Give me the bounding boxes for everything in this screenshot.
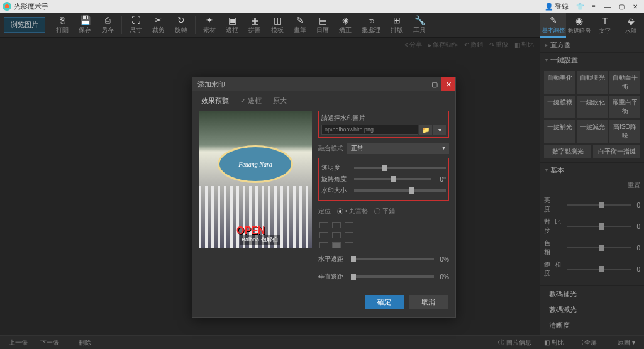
hmargin-slider[interactable]: 水平邊距0%	[318, 255, 449, 263]
app-title: 光影魔术手	[14, 2, 48, 11]
ok-button[interactable]: 確定	[365, 295, 404, 309]
tool-calendar[interactable]: ▤日曆	[311, 13, 334, 37]
compare-link[interactable]: ◧ 對比	[514, 40, 534, 49]
resize-icon: ⛶	[131, 15, 140, 25]
reset-link[interactable]: 重置	[544, 181, 640, 192]
dialog-close-icon[interactable]: ✕	[441, 77, 455, 91]
collage-icon: ▦	[251, 15, 259, 25]
tool-save[interactable]: 💾保存	[74, 13, 96, 37]
btn-fill-light[interactable]: 一鍵補光	[544, 120, 575, 143]
btn-wb-onekey[interactable]: 白平衡一指鍵	[593, 145, 640, 158]
select-image-label: 請選擇水印圖片	[321, 114, 446, 123]
prev-button[interactable]: 上一張	[5, 337, 31, 348]
section-oneclick[interactable]: 一鍵設置	[540, 53, 644, 67]
tool-rotate[interactable]: ↻旋轉	[170, 13, 192, 37]
preview-image: Feuang Nara OPEN Balboa 包解伯	[199, 111, 312, 248]
minimize-icon[interactable]: —	[601, 1, 614, 11]
close-icon[interactable]: ✕	[629, 1, 641, 11]
file-dropdown-icon[interactable]: ▾	[433, 125, 446, 135]
item-clarity[interactable]: 清晰度	[540, 318, 644, 333]
camera-icon: ◉	[575, 16, 583, 26]
right-tabs: ✎基本調整 ◉數碼暗房 T文字 ⬙水印	[540, 13, 644, 38]
tool-saveas[interactable]: ⎙另存	[96, 13, 119, 37]
tab-basic-adjust[interactable]: ✎基本調整	[540, 13, 566, 38]
user-icon: 👤	[545, 3, 553, 11]
file-path-input[interactable]: op\balboawhite.png	[321, 125, 418, 135]
blend-mode-dropdown[interactable]: 正常▾	[347, 143, 449, 154]
tool-size[interactable]: ⛶尺寸	[125, 13, 147, 37]
tool-batch[interactable]: ⎄批處理	[357, 13, 386, 37]
btn-severe-wb[interactable]: 嚴重白平衡	[609, 96, 640, 118]
tool-crop[interactable]: ✂裁剪	[147, 13, 170, 37]
crop-icon: ✂	[155, 15, 162, 25]
radio-grid[interactable]: • 九宮格	[337, 207, 368, 216]
titlebar: 光影魔术手 👤登録 👕 ≡ — ▢ ✕	[0, 0, 644, 13]
rotate-slider[interactable]: 旋轉角度0°	[321, 175, 446, 184]
fullscreen-button[interactable]: ⛶ 全屏	[573, 337, 601, 348]
btn-reduce-light[interactable]: 一鍵減光	[577, 120, 608, 143]
share-link[interactable]: < 分享	[404, 40, 422, 49]
tool-template[interactable]: ◫模板	[266, 13, 289, 37]
size-slider[interactable]: 水印大小	[321, 186, 446, 195]
zoom-dropdown[interactable]: — 原圖 ▾	[606, 337, 639, 348]
tool-brush[interactable]: ✎畫筆	[289, 13, 311, 37]
maximize-icon[interactable]: ▢	[615, 1, 628, 11]
delete-button[interactable]: 刪除	[75, 337, 95, 348]
btn-oneclick-blur[interactable]: 一鍵模糊	[544, 96, 575, 118]
undo-link[interactable]: ↶ 撤銷	[464, 40, 483, 49]
save-action-link[interactable]: ▸ 保存動作	[428, 40, 458, 49]
dialog-title: 添加水印	[197, 80, 225, 89]
dlg-tab-preview[interactable]: 效果預覽	[199, 95, 231, 107]
radio-tile[interactable]: 平鋪	[374, 207, 395, 216]
next-button[interactable]: 下一張	[36, 337, 63, 348]
vmargin-slider[interactable]: 垂直邊距0%	[318, 272, 449, 281]
tool-correct[interactable]: ◈矯正	[334, 13, 357, 37]
item-fill-light[interactable]: 數碼補光	[540, 286, 644, 302]
login-link[interactable]: 👤登録	[545, 2, 569, 11]
opacity-slider[interactable]: 透明度	[321, 163, 446, 172]
tab-watermark[interactable]: ⬙水印	[618, 13, 644, 38]
slider-hue[interactable]: 色 相0	[544, 239, 640, 257]
tool-material[interactable]: ✦素材	[198, 13, 221, 37]
material-icon: ✦	[206, 15, 213, 25]
redo-link[interactable]: ↷ 重做	[489, 40, 508, 49]
template-icon: ◫	[274, 15, 282, 25]
tool-layout[interactable]: ⊞排版	[386, 13, 408, 37]
tab-darkroom[interactable]: ◉數碼暗房	[566, 13, 592, 38]
section-histogram[interactable]: 直方圖	[540, 38, 644, 52]
adjust-icon: ✎	[550, 15, 557, 25]
tool-open[interactable]: ⎘打開	[51, 13, 74, 37]
section-basic[interactable]: 基本	[540, 163, 644, 177]
btn-iso-noise[interactable]: 高ISO降噪	[609, 120, 640, 143]
saveas-icon: ⎙	[105, 15, 110, 25]
dlg-tab-original[interactable]: 原大	[270, 95, 289, 107]
dialog-maximize-icon[interactable]: ▢	[428, 77, 441, 91]
info-button[interactable]: ⓘ 圖片信息	[494, 337, 535, 348]
btn-oneclick-sharp[interactable]: 一鍵銳化	[577, 96, 608, 118]
tab-text[interactable]: T文字	[592, 13, 618, 38]
btn-auto-beautify[interactable]: 自動美化	[544, 71, 575, 94]
chevron-down-icon: ▾	[442, 144, 445, 153]
tool-collage[interactable]: ▦拼圖	[243, 13, 266, 37]
skin-icon[interactable]: 👕	[574, 1, 586, 11]
slider-saturation[interactable]: 飽 和 度0	[544, 260, 640, 278]
tool-frame[interactable]: ▣邊框	[221, 13, 243, 37]
tool-tools[interactable]: 🔧工具	[408, 13, 431, 37]
browse-file-icon[interactable]: 📁	[419, 125, 432, 135]
browse-button[interactable]: 浏览图片	[4, 17, 45, 33]
compare-button[interactable]: ◧ 對比	[540, 337, 568, 348]
brush-icon: ✎	[296, 15, 304, 25]
dlg-tab-frame[interactable]: ✓ 邊框	[238, 95, 264, 107]
item-reduce-light[interactable]: 數碼減光	[540, 302, 644, 318]
btn-auto-expose[interactable]: 自動曝光	[577, 71, 608, 94]
cancel-button[interactable]: 取消	[409, 295, 448, 309]
position-grid[interactable]	[319, 222, 449, 248]
open-icon: ⎘	[60, 15, 65, 25]
menu-icon[interactable]: ≡	[587, 1, 600, 11]
btn-auto-wb[interactable]: 自動白平衡	[609, 71, 640, 94]
slider-contrast[interactable]: 對 比 度0	[544, 218, 640, 235]
btn-spot-meter[interactable]: 數字點測光	[544, 145, 591, 158]
slider-brightness[interactable]: 亮 度0	[544, 196, 640, 214]
calendar-icon: ▤	[319, 15, 327, 25]
save-icon: 💾	[80, 15, 91, 25]
